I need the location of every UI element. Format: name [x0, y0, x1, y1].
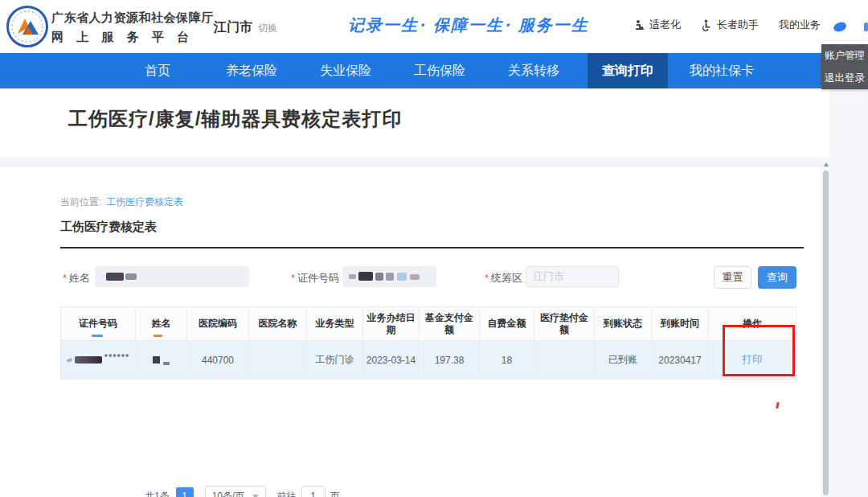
region-input[interactable]: 江门市: [526, 266, 619, 287]
elder-assistant-label: 长者助手: [717, 18, 759, 32]
redacted-name-blob: [125, 273, 137, 280]
required-asterisk: *: [63, 273, 67, 284]
redacted-id-fragment: [75, 356, 102, 364]
nav-item-social-card[interactable]: 我的社保卡: [682, 53, 762, 88]
nav-item-unemployment[interactable]: 失业保险: [305, 53, 386, 88]
cell-completion-date: 2023-03-14: [363, 341, 420, 380]
user-avatar[interactable]: [833, 21, 847, 33]
name-field-label: *姓名: [32, 271, 90, 285]
result-table: 证件号码 姓名 医院编码 医院名称 业务类型 业务办结日期 基金支付金额 自费金…: [60, 306, 796, 380]
required-asterisk: *: [485, 273, 489, 284]
cell-name: [136, 341, 187, 380]
redacted-id-blob: [410, 274, 420, 280]
table-header-row: 证件号码 姓名 医院编码 医院名称 业务类型 业务办结日期 基金支付金额 自费金…: [61, 307, 796, 341]
cell-arrival-time: 20230417: [652, 341, 709, 380]
redacted-id-blob: [358, 272, 373, 281]
required-asterisk: *: [291, 273, 295, 284]
pagination-bar: 共1条 1 10条/页 前往 1 页: [145, 485, 340, 497]
cell-action: 打印: [709, 341, 796, 380]
section-title-underline: [60, 247, 804, 249]
redacted-id-fragment: [66, 357, 72, 362]
breadcrumb: 当前位置:工伤医疗费核定表: [60, 195, 183, 209]
nav-item-work-injury[interactable]: 工伤保险: [399, 53, 480, 88]
logout-item[interactable]: 退出登录: [821, 67, 868, 89]
cell-business-type: 工伤门诊: [307, 341, 363, 380]
col-arrival-status: 到账状态: [595, 307, 652, 341]
switch-city-link[interactable]: 切换: [258, 23, 277, 34]
page-1-button[interactable]: 1: [176, 487, 194, 497]
elder-mode-icon: [634, 19, 645, 31]
redacted-id-blob: [386, 273, 394, 281]
red-mark-artifact: [776, 402, 780, 409]
gov-logo-icon: [6, 6, 48, 47]
name-input[interactable]: [95, 266, 249, 287]
cell-hospital-name: [249, 341, 307, 380]
breadcrumb-link[interactable]: 工伤医疗费核定表: [106, 196, 183, 207]
main-nav: 首页 养老保险 失业保险 工伤保险 关系转移 查询打印 我的社保卡: [0, 53, 868, 88]
right-side-panel: [829, 88, 868, 497]
site-slogan: 记录一生· 保障一生· 服务一生: [348, 14, 589, 36]
elder-assistant-button[interactable]: 长者助手: [701, 18, 759, 32]
redacted-name-fragment: [153, 356, 160, 364]
redacted-id-blob: [375, 273, 383, 281]
top-actions: 适老化 长者助手 我的业务: [634, 18, 821, 32]
col-id-number: 证件号码: [61, 307, 136, 341]
cell-self-paid: 18: [480, 341, 534, 380]
scrollbar-thumb[interactable]: [823, 170, 829, 495]
cell-hospital-code: 440700: [187, 341, 249, 380]
col-completion-date: 业务办结日期: [363, 307, 420, 341]
section-title: 工伤医疗费核定表: [60, 220, 157, 235]
col-hospital-code: 医院编码: [187, 307, 249, 341]
cell-id-number: ******: [61, 341, 136, 380]
col-advance-paid: 医疗垫付金额: [534, 307, 595, 341]
redacted-name-blob: [106, 273, 124, 281]
elder-mode-button[interactable]: 适老化: [634, 18, 681, 32]
user-dropdown-menu: 账户管理 退出登录: [821, 44, 868, 89]
col-hospital-name: 医院名称: [249, 307, 307, 341]
section-separator: [0, 158, 821, 167]
cell-arrival-status: 已到账: [595, 341, 652, 380]
top-bar: 广东省人力资源和社会保障厅 网 上 服 务 平 台 江门市切换 记录一生· 保障…: [0, 0, 868, 53]
nav-item-query-print[interactable]: 查询打印: [588, 53, 668, 88]
scroll-up-arrow-icon[interactable]: [822, 159, 830, 169]
print-link[interactable]: 打印: [743, 354, 763, 365]
my-business-label: 我的业务: [779, 18, 821, 32]
nav-item-relation-transfer[interactable]: 关系转移: [493, 53, 574, 88]
redacted-name-fragment: [163, 362, 170, 365]
edge-icon-fragment: [864, 23, 868, 31]
chevron-down-icon: [252, 495, 259, 497]
account-management-item[interactable]: 账户管理: [821, 44, 868, 67]
redaction-artifact: [92, 335, 103, 337]
id-field-label: *证件号码: [273, 271, 339, 285]
region-field-label: *统筹区: [466, 271, 522, 285]
col-arrival-time: 到账时间: [652, 307, 709, 341]
nav-item-pension[interactable]: 养老保险: [211, 53, 292, 88]
cell-advance-paid: [534, 341, 595, 380]
goto-suffix-label: 页: [330, 490, 340, 497]
goto-page-input[interactable]: 1: [301, 486, 326, 497]
browser-page: 广东省人力资源和社会保障厅 网 上 服 务 平 台 江门市切换 记录一生· 保障…: [0, 0, 868, 497]
col-name: 姓名: [136, 307, 187, 341]
redaction-artifact: [154, 335, 162, 337]
my-business-button[interactable]: 我的业务: [779, 18, 821, 32]
id-number-input[interactable]: [342, 266, 436, 287]
pagination-total: 共1条: [145, 490, 170, 497]
query-button[interactable]: 查询: [758, 266, 796, 289]
redacted-id-blob: [349, 274, 356, 279]
col-action: 操作: [709, 307, 796, 341]
accessibility-icon: [701, 19, 713, 31]
brand-text: 广东省人力资源和社会保障厅 网 上 服 务 平 台: [51, 9, 214, 46]
page-size-select[interactable]: 10条/页: [205, 486, 266, 497]
reset-button[interactable]: 重置: [714, 266, 751, 289]
table-row: ****** 440700 工伤门诊 2023-03-14 197.38 18 …: [61, 341, 796, 380]
vertical-scrollbar[interactable]: [821, 158, 829, 497]
col-fund-paid: 基金支付金额: [420, 307, 480, 341]
brand-org-name: 广东省人力资源和社会保障厅: [51, 9, 214, 27]
goto-label: 前往: [277, 490, 297, 497]
current-city: 江门市: [214, 20, 252, 34]
page-title: 工伤医疗/康复/辅助器具费核定表打印: [68, 106, 402, 132]
nav-item-home[interactable]: 首页: [117, 53, 198, 88]
redacted-id-blob: [397, 273, 407, 281]
elder-mode-label: 适老化: [649, 18, 681, 32]
col-business-type: 业务类型: [307, 307, 363, 341]
